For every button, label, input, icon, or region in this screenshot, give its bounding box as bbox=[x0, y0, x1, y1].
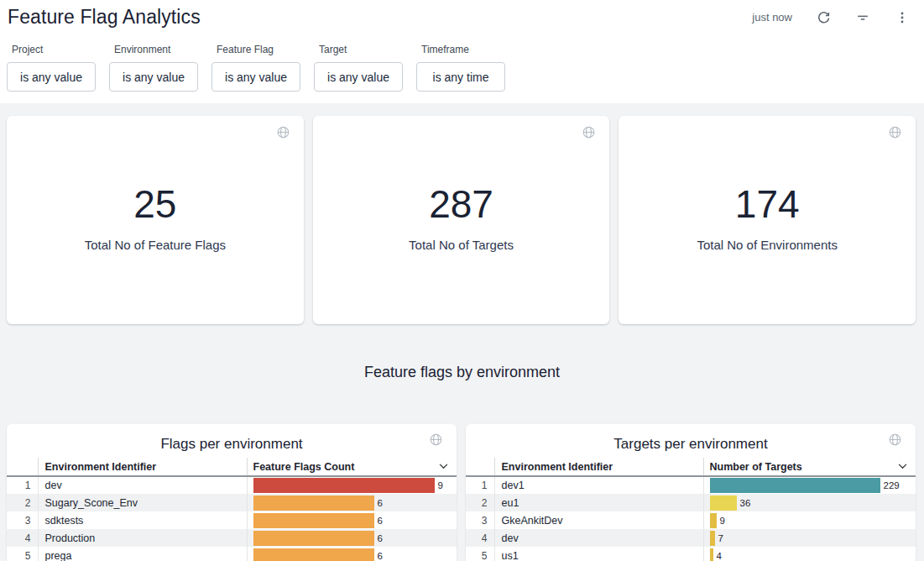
bar-cell[interactable]: 6 bbox=[247, 529, 457, 547]
row-number: 5 bbox=[7, 547, 38, 561]
environment-cell[interactable]: sdktests bbox=[38, 511, 247, 529]
column-header-count[interactable]: Number of Targets bbox=[703, 458, 916, 476]
page-title: Feature Flag Analytics bbox=[8, 6, 201, 29]
kpi-row: 25 Total No of Feature Flags 287 Total N… bbox=[7, 116, 916, 324]
bar-cell[interactable]: 4 bbox=[703, 547, 916, 561]
kpi-label: Total No of Feature Flags bbox=[7, 238, 304, 252]
filter-project-button[interactable]: is any value bbox=[7, 62, 96, 92]
bar[interactable] bbox=[710, 495, 737, 511]
bar-value-label: 9 bbox=[438, 480, 443, 490]
table-row: 1dev1229 bbox=[466, 476, 916, 494]
row-number: 5 bbox=[466, 547, 494, 561]
bar-value-label: 6 bbox=[378, 533, 383, 543]
globe-icon bbox=[888, 125, 902, 139]
bar-value-label: 9 bbox=[720, 516, 725, 526]
row-number: 2 bbox=[466, 494, 494, 511]
bar-cell[interactable]: 9 bbox=[703, 511, 916, 529]
kpi-tile-environments: 174 Total No of Environments bbox=[619, 116, 916, 324]
globe-icon bbox=[276, 125, 290, 139]
filter-label: Feature Flag bbox=[217, 44, 300, 55]
table-row: 5prega6 bbox=[7, 547, 457, 561]
globe-icon bbox=[888, 433, 902, 447]
environment-cell[interactable]: dev bbox=[38, 476, 247, 494]
filter-target-button[interactable]: is any value bbox=[314, 62, 403, 92]
table-row: 3GkeAnkitDev9 bbox=[466, 511, 916, 529]
globe-icon bbox=[582, 125, 596, 139]
environment-cell[interactable]: dev1 bbox=[494, 476, 703, 494]
row-number: 3 bbox=[7, 511, 38, 529]
refresh-icon[interactable] bbox=[815, 9, 832, 26]
bar[interactable] bbox=[253, 495, 374, 511]
bar[interactable] bbox=[710, 478, 880, 493]
environment-cell[interactable]: prega bbox=[38, 547, 247, 561]
filter-feature-flag-button[interactable]: is any value bbox=[211, 62, 300, 92]
filter-feature-flag: Feature Flag is any value bbox=[211, 44, 300, 92]
bar-cell[interactable]: 6 bbox=[247, 547, 457, 561]
column-header-count[interactable]: Feature Flags Count bbox=[247, 458, 457, 476]
table-card-flags-per-environment: Flags per environment Environment Identi… bbox=[7, 424, 457, 561]
environment-cell[interactable]: dev bbox=[494, 529, 703, 547]
row-number: 4 bbox=[466, 529, 494, 547]
table-row: 2Sugary_Scone_Env6 bbox=[7, 494, 457, 511]
header-bar: Feature Flag Analytics just now bbox=[0, 0, 924, 30]
filter-timeframe: Timeframe is any time bbox=[416, 44, 505, 92]
tables-row: Flags per environment Environment Identi… bbox=[7, 424, 916, 561]
bar-cell[interactable]: 9 bbox=[247, 476, 457, 494]
environment-cell[interactable]: Production bbox=[38, 529, 247, 547]
header-actions: just now bbox=[752, 9, 911, 26]
bar[interactable] bbox=[710, 513, 717, 528]
table-header-row: Environment Identifier Number of Targets bbox=[466, 458, 916, 476]
bar[interactable] bbox=[710, 548, 713, 561]
kpi-value: 25 bbox=[7, 185, 304, 223]
filter-list-icon[interactable] bbox=[854, 9, 871, 26]
bar-cell[interactable]: 6 bbox=[247, 511, 457, 529]
dashboard-header-section: Feature Flag Analytics just now bbox=[0, 0, 924, 103]
column-header-environment[interactable]: Environment Identifier bbox=[38, 458, 247, 476]
bar-value-label: 36 bbox=[740, 498, 751, 508]
last-refresh-status: just now bbox=[752, 11, 792, 24]
row-number: 3 bbox=[466, 511, 494, 529]
bar[interactable] bbox=[253, 548, 374, 561]
environment-cell[interactable]: Sugary_Scone_Env bbox=[38, 494, 247, 511]
kpi-tile-targets: 287 Total No of Targets bbox=[313, 116, 610, 324]
kpi-label: Total No of Environments bbox=[619, 238, 916, 252]
environment-cell[interactable]: us1 bbox=[494, 547, 703, 561]
filter-target: Target is any value bbox=[314, 44, 403, 92]
filter-timeframe-button[interactable]: is any time bbox=[416, 62, 505, 92]
environment-cell[interactable]: GkeAnkitDev bbox=[494, 511, 703, 529]
bar-value-label: 6 bbox=[378, 498, 383, 508]
bar[interactable] bbox=[253, 478, 435, 493]
filter-bar: Project is any value Environment is any … bbox=[7, 44, 505, 92]
column-header-environment[interactable]: Environment Identifier bbox=[494, 458, 703, 476]
filter-environment: Environment is any value bbox=[109, 44, 198, 92]
kebab-menu-icon[interactable] bbox=[894, 9, 911, 26]
bar-cell[interactable]: 36 bbox=[703, 494, 916, 511]
bar-value-label: 6 bbox=[378, 551, 383, 561]
row-number: 1 bbox=[7, 476, 38, 494]
bar-value-label: 6 bbox=[378, 516, 383, 526]
table-row: 2eu136 bbox=[466, 494, 916, 511]
row-number: 4 bbox=[7, 529, 38, 547]
bar[interactable] bbox=[710, 531, 715, 546]
table-row: 4dev7 bbox=[466, 529, 916, 547]
filter-environment-button[interactable]: is any value bbox=[109, 62, 198, 92]
bar-cell[interactable]: 7 bbox=[703, 529, 916, 547]
bar[interactable] bbox=[253, 513, 374, 528]
filter-label: Target bbox=[319, 44, 403, 55]
environment-cell[interactable]: eu1 bbox=[494, 494, 703, 511]
tile-title: Targets per environment bbox=[466, 435, 916, 453]
bar[interactable] bbox=[253, 531, 374, 546]
row-number-header bbox=[7, 458, 38, 476]
bar-cell[interactable]: 6 bbox=[247, 494, 457, 511]
table-card-targets-per-environment: Targets per environment Environment Iden… bbox=[466, 424, 916, 561]
filter-label: Timeframe bbox=[421, 44, 505, 55]
bar-cell[interactable]: 229 bbox=[703, 476, 916, 494]
filter-label: Project bbox=[12, 44, 96, 55]
chevron-down-icon[interactable] bbox=[898, 464, 907, 469]
row-number: 1 bbox=[466, 476, 494, 494]
table-row: 5us14 bbox=[466, 547, 916, 561]
globe-icon bbox=[429, 433, 443, 447]
section-title: Feature flags by environment bbox=[0, 364, 924, 381]
kpi-tile-feature-flags: 25 Total No of Feature Flags bbox=[7, 116, 304, 324]
chevron-down-icon[interactable] bbox=[439, 464, 448, 469]
